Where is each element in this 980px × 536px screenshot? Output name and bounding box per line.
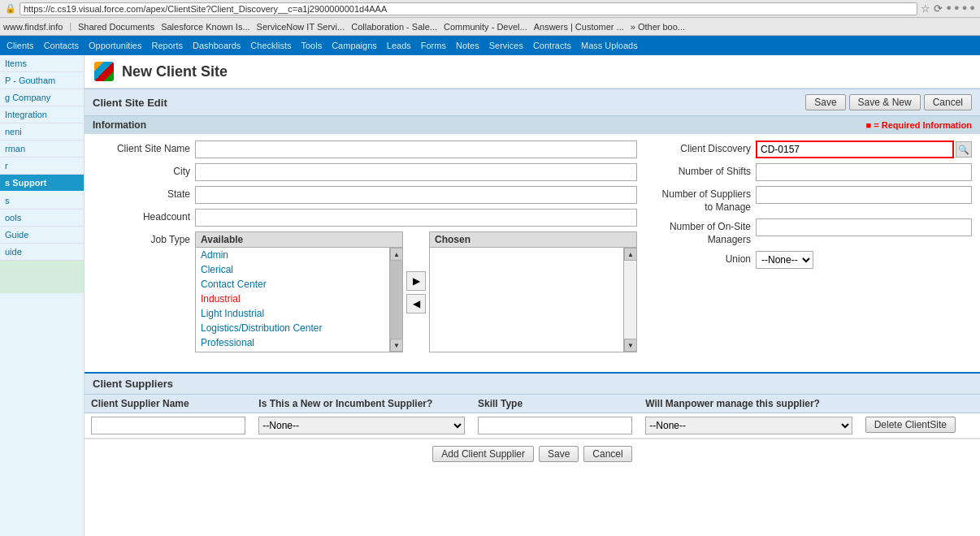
client-site-name-input[interactable]	[195, 140, 637, 158]
nav-forms[interactable]: Forms	[421, 41, 446, 50]
bookmark-salesforce[interactable]: Salesforce Known Is...	[161, 22, 249, 32]
bookmark-findsf[interactable]: www.findsf.info	[3, 22, 63, 32]
num-shifts-input[interactable]	[756, 163, 972, 181]
state-label: State	[93, 186, 190, 200]
delete-cell: Delete ClientSite	[859, 413, 980, 439]
listbox-item-contact-center[interactable]: Contact Center	[196, 277, 389, 292]
skill-type-input[interactable]	[478, 417, 632, 434]
bookmark-collaboration[interactable]: Collaboration - Sale...	[351, 22, 437, 32]
client-discovery-lookup-icon[interactable]: 🔍	[956, 141, 972, 158]
union-select[interactable]: --None-- Yes No	[756, 251, 813, 269]
listbox-item-light-industrial[interactable]: Light Industrial	[196, 306, 389, 321]
client-site-edit-header: Client Site Edit Save Save & New Cancel	[85, 89, 980, 116]
col-actions	[859, 395, 980, 413]
nav-services[interactable]: Services	[489, 41, 523, 50]
sidebar-item-g-company[interactable]: g Company	[0, 89, 84, 106]
sidebar-item-integration[interactable]: Integration	[0, 106, 84, 123]
sidebar-item-s[interactable]: s	[0, 192, 84, 210]
new-incumbent-cell: --None-- New Incumbent	[252, 413, 471, 439]
save-button[interactable]: Save	[805, 94, 845, 110]
bookmark-shared-docs[interactable]: Shared Documents	[78, 22, 154, 32]
available-scroll-down[interactable]: ▼	[390, 339, 403, 352]
url-bar[interactable]: https://c.cs19.visual.force.com/apex/Cli…	[20, 2, 917, 15]
chosen-listbox[interactable]	[429, 247, 624, 352]
browser-icons: ☆ ⟳ ● ● ● ●	[921, 2, 975, 15]
bottom-bar: Add Client Supplier Save Cancel	[85, 439, 980, 469]
bottom-save-button[interactable]: Save	[539, 446, 579, 462]
job-type-label: Job Type	[93, 231, 190, 245]
delete-clientsite-button[interactable]: Delete ClientSite	[865, 417, 956, 433]
available-scroll-up[interactable]: ▲	[390, 248, 403, 261]
sidebar-item-uide[interactable]: uide	[0, 244, 84, 261]
nav-contracts[interactable]: Contracts	[533, 41, 571, 50]
chosen-scroll-up[interactable]: ▲	[624, 248, 637, 261]
nav-reports[interactable]: Reports	[151, 41, 183, 50]
num-onsite-label: Number of On-SiteManagers	[653, 218, 751, 246]
nav-leads[interactable]: Leads	[387, 41, 411, 50]
bottom-cancel-button[interactable]: Cancel	[583, 446, 631, 462]
sidebar-item-ools[interactable]: ools	[0, 210, 84, 227]
client-discovery-input[interactable]	[756, 140, 954, 158]
star-icon[interactable]: ☆	[921, 2, 930, 15]
form-section: Information ■ = Required Information Cli…	[85, 116, 980, 469]
nav-checklists[interactable]: Checklists	[250, 41, 291, 50]
move-right-button[interactable]: ▶	[406, 271, 426, 291]
bookmark-answers[interactable]: Answers | Customer ...	[534, 22, 624, 32]
nav-tools[interactable]: Tools	[301, 41, 322, 50]
salesforce-logo	[94, 62, 114, 81]
refresh-icon[interactable]: ⟳	[934, 2, 943, 15]
supplier-name-input[interactable]	[91, 417, 245, 434]
nav-mass-uploads[interactable]: Mass Uploads	[581, 41, 638, 50]
suppliers-table-header-row: Client Supplier Name Is This a New or In…	[85, 395, 980, 413]
listbox-item-logistics[interactable]: Logistics/Distribution Center	[196, 321, 389, 335]
manpower-select[interactable]: --None-- Yes No	[645, 417, 852, 434]
nav-contacts[interactable]: Contacts	[44, 41, 79, 50]
num-onsite-row: Number of On-SiteManagers	[653, 218, 972, 246]
new-incumbent-select[interactable]: --None-- New Incumbent	[258, 417, 465, 434]
cancel-button[interactable]: Cancel	[924, 94, 972, 110]
col-manpower: Will Manpower manage this supplier?	[639, 395, 858, 413]
move-left-button[interactable]: ◀	[406, 294, 426, 313]
required-legend: ■ = Required Information	[866, 120, 972, 130]
save-new-button[interactable]: Save & New	[849, 94, 921, 110]
nav-campaigns[interactable]: Campaigns	[332, 41, 377, 50]
skill-type-cell	[471, 413, 639, 439]
sidebar-item-rman[interactable]: rman	[0, 140, 84, 158]
bookmark-more[interactable]: » Other boo...	[631, 22, 685, 32]
bookmark-community[interactable]: Community - Devel...	[444, 22, 527, 32]
sidebar-item-neni[interactable]: neni	[0, 123, 84, 140]
nav-opportunities[interactable]: Opportunities	[89, 41, 141, 50]
listbox-item-professional[interactable]: Professional	[196, 335, 389, 350]
form-left: Client Site Name City State Headcount	[93, 140, 637, 357]
available-listbox[interactable]: Admin Clerical Contact Center Industrial…	[195, 247, 390, 352]
listbox-item-admin[interactable]: Admin	[196, 248, 389, 262]
lock-icon: 🔒	[5, 3, 16, 14]
chosen-scroll-down[interactable]: ▼	[624, 339, 637, 352]
header-btn-bar: Save Save & New Cancel	[805, 94, 972, 110]
nav-dashboards[interactable]: Dashboards	[193, 41, 241, 50]
sidebar-item-guide[interactable]: Guide	[0, 227, 84, 244]
bookmark-servicenow[interactable]: ServiceNow IT Servi...	[257, 22, 345, 32]
sidebar-item-items[interactable]: Items	[0, 55, 84, 72]
nav-clients[interactable]: Clients	[7, 41, 34, 50]
bookmarks-bar: www.findsf.info | Shared Documents Sales…	[0, 18, 980, 36]
city-input[interactable]	[195, 163, 637, 181]
num-suppliers-input[interactable]	[756, 186, 972, 204]
col-skill-type: Skill Type	[471, 395, 639, 413]
listbox-item-industrial[interactable]: Industrial	[196, 292, 389, 306]
headcount-input[interactable]	[195, 209, 637, 227]
listbox-item-clerical[interactable]: Clerical	[196, 262, 389, 277]
num-suppliers-row: Number of Suppliersto Manage	[653, 186, 972, 214]
nav-notes[interactable]: Notes	[456, 41, 479, 50]
headcount-row: Headcount	[93, 209, 637, 227]
add-client-supplier-button[interactable]: Add Client Supplier	[432, 446, 534, 462]
sidebar-item-r[interactable]: r	[0, 158, 84, 175]
suppliers-section: Client Suppliers Client Supplier Name Is…	[85, 372, 980, 469]
city-row: City	[93, 163, 637, 181]
state-input[interactable]	[195, 186, 637, 204]
chosen-header: Chosen	[429, 231, 637, 247]
suppliers-header: Client Suppliers	[85, 374, 980, 395]
num-onsite-input[interactable]	[756, 218, 972, 236]
sidebar-item-p-goutham[interactable]: P - Goutham	[0, 72, 84, 89]
client-discovery-field: 🔍	[756, 140, 972, 158]
